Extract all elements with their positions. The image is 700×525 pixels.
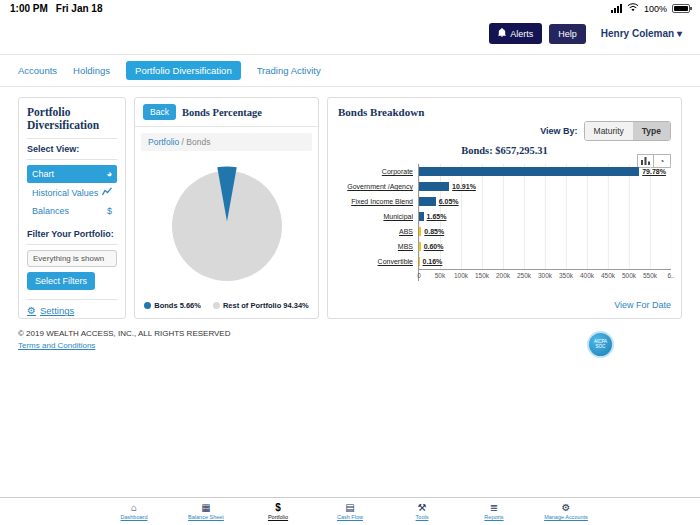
tools-icon: ⚒ <box>418 502 427 513</box>
tab-accounts[interactable]: Accounts <box>18 61 57 80</box>
chevron-down-icon: ▾ <box>677 28 682 39</box>
sidebar-item-balances[interactable]: Balances $ <box>27 202 117 220</box>
x-tick: 150k <box>475 272 489 279</box>
bar-value-label[interactable]: 0.16% <box>423 258 443 265</box>
manage-accounts-gear-icon: ⚙ <box>562 502 571 513</box>
status-date: Fri Jan 18 <box>56 3 103 14</box>
line-chart-icon <box>102 187 112 198</box>
copyright-text: © 2019 WEALTH ACCESS, INC., ALL RIGHTS R… <box>18 329 682 338</box>
bottom-nav-cash-flow[interactable]: ▤ Cash Flow <box>324 502 376 520</box>
x-tick: 450k <box>601 272 615 279</box>
help-button[interactable]: Help <box>549 24 586 44</box>
x-tick: 500k <box>622 272 636 279</box>
bottom-nav-portfolio[interactable]: $ Portfolio <box>252 502 304 520</box>
view-by-toggle: Maturity Type <box>584 121 671 141</box>
bar-municipal[interactable] <box>419 212 424 221</box>
home-icon: ⌂ <box>131 502 137 513</box>
legend-dot-bonds <box>144 302 151 309</box>
legend-item-bonds: Bonds 5.66% <box>144 301 201 310</box>
x-axis: 050k100k150k200k250k300k350k400k450k500k… <box>418 269 671 281</box>
bar-category-label[interactable]: Fixed Income Blend <box>338 194 418 209</box>
bottom-nav-reports[interactable]: ≣ Reports <box>468 502 520 520</box>
app-header: Alerts Help Henry Coleman ▾ <box>0 17 700 54</box>
bottom-nav-manage-accounts[interactable]: ⚙ Manage Accounts <box>540 502 592 520</box>
x-tick: 550k <box>643 272 657 279</box>
sidebar-item-historical-values[interactable]: Historical Values <box>27 183 117 202</box>
legend-dot-rest <box>213 302 220 309</box>
gear-icon: ⚙ <box>27 305 36 316</box>
bar-value-label[interactable]: 1.65% <box>427 213 447 220</box>
bar-government-agency[interactable] <box>419 182 449 191</box>
bottom-nav-balance-sheet[interactable]: ▦ Balance Sheet <box>180 502 232 520</box>
breadcrumb-separator: / <box>182 137 184 147</box>
bar-value-label[interactable]: 79.78% <box>642 168 666 175</box>
x-tick: 300k <box>538 272 552 279</box>
balance-sheet-icon: ▦ <box>201 502 210 513</box>
status-time: 1:00 PM <box>10 3 48 14</box>
alerts-button-label: Alerts <box>510 29 533 39</box>
x-tick: 6.. <box>667 272 674 279</box>
x-tick: 350k <box>559 272 573 279</box>
bottom-nav-dashboard[interactable]: ⌂ Dashboard <box>108 502 160 520</box>
bar-value-label[interactable]: 10.91% <box>452 183 476 190</box>
x-tick: 0 <box>417 272 421 279</box>
user-menu[interactable]: Henry Coleman ▾ <box>601 28 682 39</box>
battery-percentage: 100% <box>644 4 667 14</box>
terms-and-conditions-link[interactable]: Terms and Conditions <box>18 341 95 350</box>
tab-portfolio-diversification[interactable]: Portfolio Diversification <box>126 61 241 80</box>
type-toggle-button[interactable]: Type <box>633 122 670 140</box>
page-footer: © 2019 WEALTH ACCESS, INC., ALL RIGHTS R… <box>0 319 700 360</box>
diversification-sidebar: Portfolio Diversification Select View: C… <box>18 97 126 319</box>
view-for-date-link[interactable]: View For Date <box>614 300 671 310</box>
bonds-total: Bonds: $657,295.31 <box>338 145 671 156</box>
bar-category-label[interactable]: ABS <box>338 224 418 239</box>
cash-flow-icon: ▤ <box>345 502 354 513</box>
x-tick: 400k <box>580 272 594 279</box>
help-button-label: Help <box>558 29 577 39</box>
view-chart-label: Chart <box>32 169 54 179</box>
breadcrumb-portfolio[interactable]: Portfolio <box>148 137 179 147</box>
sidebar-title: Portfolio Diversification <box>27 106 117 132</box>
x-tick: 250k <box>517 272 531 279</box>
pie-chart-icon: ◕ <box>107 169 112 179</box>
bar-value-label[interactable]: 0.85% <box>424 228 444 235</box>
sidebar-item-chart[interactable]: Chart ◕ <box>27 165 117 183</box>
x-tick: 50k <box>435 272 445 279</box>
bar-category-label[interactable]: Municipal <box>338 209 418 224</box>
bar-convertible[interactable] <box>419 257 420 266</box>
bar-category-label[interactable]: Government /Agency <box>338 179 418 194</box>
bottom-nav-tools[interactable]: ⚒ Tools <box>396 502 448 520</box>
maturity-toggle-button[interactable]: Maturity <box>585 122 633 140</box>
bar-category-label[interactable]: MBS <box>338 239 418 254</box>
aicpa-soc-badge: AICPA SOC <box>587 331 614 358</box>
settings-link[interactable]: ⚙ Settings <box>27 305 117 316</box>
bonds-percentage-panel: Back Bonds Percentage Portfolio / Bonds … <box>134 97 319 319</box>
view-by-label: View By: <box>540 126 577 136</box>
tab-trading-activity[interactable]: Trading Activity <box>257 61 321 80</box>
bar-category-label[interactable]: Convertible <box>338 254 418 269</box>
bar-mbs[interactable] <box>419 242 421 251</box>
main-nav-tabs: Accounts Holdings Portfolio Diversificat… <box>0 54 700 87</box>
portfolio-dollar-icon: $ <box>275 502 281 513</box>
x-tick: 200k <box>496 272 510 279</box>
bar-category-label[interactable]: Corporate <box>338 164 418 179</box>
back-button[interactable]: Back <box>143 104 176 120</box>
bottom-nav: ⌂ Dashboard ▦ Balance Sheet $ Portfolio … <box>0 497 700 525</box>
battery-icon <box>672 4 690 13</box>
main-content: Portfolio Diversification Select View: C… <box>0 87 700 319</box>
bar-fixed-income-blend[interactable] <box>419 197 436 206</box>
tab-holdings[interactable]: Holdings <box>73 61 110 80</box>
select-filters-button[interactable]: Select Filters <box>27 272 95 290</box>
cellular-signal-icon <box>611 4 622 13</box>
bar-value-label[interactable]: 0.60% <box>424 243 444 250</box>
bar-value-label[interactable]: 6.05% <box>439 198 459 205</box>
bar-abs[interactable] <box>419 227 421 236</box>
pie-chart[interactable] <box>135 157 318 295</box>
legend-item-rest: Rest of Portfolio 94.34% <box>213 301 309 310</box>
pie-panel-title: Bonds Percentage <box>182 107 262 118</box>
user-name: Henry Coleman <box>601 28 674 39</box>
status-bar: 1:00 PM Fri Jan 18 100% <box>0 0 700 17</box>
alerts-button[interactable]: Alerts <box>489 23 542 44</box>
bar-corporate[interactable] <box>419 167 639 176</box>
breadcrumb-bonds: Bonds <box>186 137 210 147</box>
